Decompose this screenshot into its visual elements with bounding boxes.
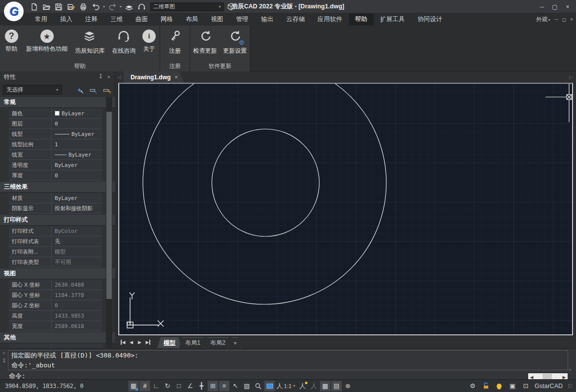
resize-grip[interactable] <box>568 384 572 388</box>
toggle-pickadd-icon[interactable]: ▭ϟ <box>101 85 111 95</box>
appearance-menu[interactable]: 外观▾ <box>536 15 551 24</box>
prop-row-width[interactable]: 宽度2589.0618 <box>9 321 102 331</box>
online-consult-button[interactable]: 在线咨询 <box>109 28 138 61</box>
ribbon-minimize-icon[interactable]: ─ <box>555 17 558 22</box>
prev-layout-icon[interactable]: ◀ <box>127 340 136 345</box>
save-icon[interactable] <box>53 2 64 12</box>
tab-help[interactable]: 帮助 <box>349 13 374 26</box>
prop-row-plot-table[interactable]: 打印样式表无 <box>9 236 102 247</box>
prop-row-plot-style[interactable]: 打印样式ByColor <box>9 226 102 236</box>
app-logo[interactable]: G <box>4 1 24 21</box>
quick-select-icon[interactable]: +↖ <box>74 85 85 95</box>
hardware-acceleration-icon[interactable]: ▣ <box>508 381 517 392</box>
undo-dropdown-icon[interactable]: ▾ <box>103 4 105 9</box>
tab-express-tools[interactable]: 扩展工具 <box>374 13 411 26</box>
prop-row-plot-type[interactable]: 打印表类型不可用 <box>9 257 102 267</box>
auto-annotation-icon[interactable]: 人 <box>308 381 319 392</box>
drawing-canvas[interactable] <box>118 83 573 335</box>
ribbon-close-icon[interactable]: × <box>570 17 573 22</box>
selection-cycling-icon[interactable]: ↖ <box>230 381 241 392</box>
annotation-visibility-icon[interactable]: 人 <box>297 381 308 392</box>
command-expand-icon[interactable]: ⌄ <box>568 366 572 371</box>
next-layout-icon[interactable]: ▶ <box>136 340 144 345</box>
tab-collaboration[interactable]: 协同设计 <box>411 13 449 26</box>
snap-mode-icon[interactable]: ▦ <box>128 381 139 392</box>
fullscreen-icon[interactable]: ⊡ <box>521 381 530 392</box>
dynamic-input-icon[interactable]: ⊞ <box>207 381 218 392</box>
prop-row-thickness[interactable]: 厚度0 <box>9 170 102 181</box>
command-pin-icon[interactable] <box>2 359 6 364</box>
prop-row-center-z[interactable]: 圆心 Z 坐标0 <box>9 300 102 311</box>
prop-row-shadow[interactable]: 阴影显示投射和接收阴影 <box>9 203 102 214</box>
properties-scrollbar[interactable] <box>106 97 112 348</box>
tab-view[interactable]: 视图 <box>204 13 230 26</box>
outer-circle[interactable] <box>143 84 386 304</box>
quick-properties-icon[interactable]: ▧ <box>241 381 252 392</box>
update-settings-button[interactable]: ⚙ 更新设置 <box>220 28 250 61</box>
section-view[interactable]: 视图▲ <box>0 268 115 279</box>
section-3d-effects[interactable]: 三维效果▲ <box>0 182 115 193</box>
tab-home[interactable]: 常用 <box>29 13 54 26</box>
annotation-scale-button[interactable]: 人1:1▾ <box>275 381 297 392</box>
document-tab[interactable]: Drawing1.dwg × <box>124 71 184 83</box>
hscroll-right-icon[interactable]: ▶ <box>561 375 568 380</box>
prop-row-center-x[interactable]: 圆心 X 坐标2630.0488 <box>9 280 102 290</box>
prop-row-transparency[interactable]: 透明度ByLayer <box>9 160 102 170</box>
tab-surface[interactable]: 曲面 <box>129 13 154 26</box>
print-icon[interactable] <box>78 2 89 12</box>
angle-snap-icon[interactable]: ∠ <box>185 381 196 392</box>
prop-row-ltscale[interactable]: 线型比例1 <box>9 139 102 150</box>
undo-icon[interactable] <box>90 2 101 12</box>
doc-tab-close-icon[interactable]: × <box>174 74 178 81</box>
tab-manage[interactable]: 管理 <box>230 13 255 26</box>
section-misc[interactable]: 其他▲ <box>0 332 115 343</box>
hscroll-left-icon[interactable]: ◀ <box>528 375 535 380</box>
close-button[interactable]: × <box>561 3 574 10</box>
ortho-mode-icon[interactable]: ∟ <box>151 381 162 392</box>
background-hatch-icon[interactable]: ▩ <box>320 381 331 392</box>
check-update-button[interactable]: 检查更新 <box>190 28 220 61</box>
object-snap-icon[interactable]: □ <box>173 381 184 392</box>
settings-gear-icon[interactable]: ⚙ <box>468 381 477 392</box>
inner-circle[interactable] <box>212 129 319 236</box>
clean-screen-icon[interactable]: ⊕ <box>342 381 353 392</box>
sheet-stack-icon[interactable] <box>124 2 135 12</box>
section-general[interactable]: 常规▲ <box>0 97 115 108</box>
command-history[interactable]: 指定圆的半径或 [直径(D)] <308.0490>: 命令:'_about <box>8 350 568 370</box>
palette-close-icon[interactable]: × <box>107 74 110 80</box>
knowledge-base-button[interactable]: 浩辰知识库 <box>71 28 109 61</box>
tab-cloud[interactable]: 云存储 <box>280 13 311 26</box>
help-button[interactable]: ? 帮助 <box>0 28 23 61</box>
pin-icon[interactable] <box>98 74 103 80</box>
polar-tracking-icon[interactable]: ↻ <box>162 381 173 392</box>
tab-insert[interactable]: 插入 <box>54 13 79 26</box>
support-headset-icon[interactable] <box>136 2 147 12</box>
doc-tabs-left-icon[interactable]: ◁ <box>115 74 124 80</box>
prop-row-layer[interactable]: 图层0 <box>9 119 102 129</box>
isolate-objects-icon[interactable]: ▤ <box>331 381 342 392</box>
tab-mesh[interactable]: 网格 <box>154 13 179 26</box>
register-button[interactable]: 注册 <box>162 28 188 61</box>
new-file-icon[interactable] <box>29 2 39 12</box>
save-as-icon[interactable] <box>66 2 76 12</box>
new-features-button[interactable]: ★ 新增和特色功能 <box>23 28 71 61</box>
maximize-button[interactable]: ▢ <box>548 3 561 10</box>
about-button[interactable]: i 关于 <box>138 28 160 61</box>
command-close-icon[interactable]: × <box>2 351 5 356</box>
workspace-switcher[interactable]: 二维草图 ▾ <box>150 2 224 11</box>
object-snap-tracking-icon[interactable]: ╋ <box>196 381 207 392</box>
tab-layout[interactable]: 布局 <box>179 13 204 26</box>
prop-row-material[interactable]: 材质ByLayer <box>9 193 102 203</box>
grid-display-icon[interactable]: # <box>139 381 150 392</box>
prop-row-height[interactable]: 高度1433.9853 <box>9 311 102 321</box>
section-plot-style[interactable]: 打印样式▲ <box>0 215 115 226</box>
ribbon-restore-icon[interactable]: ◻ <box>562 17 566 22</box>
tab-3d[interactable]: 三维 <box>104 13 129 26</box>
prop-row-linetype[interactable]: 线型ByLayer <box>9 129 102 139</box>
lineweight-display-icon[interactable]: ≡ <box>219 381 230 392</box>
hardware-light-icon[interactable] <box>495 381 504 392</box>
prop-row-center-y[interactable]: 圆心 Y 坐标1184.3778 <box>9 290 102 300</box>
doc-tabs-right-icon[interactable]: ▷ <box>569 74 573 80</box>
add-layout-tab[interactable]: + <box>229 337 241 348</box>
annotation-monitor-icon[interactable] <box>264 381 275 392</box>
